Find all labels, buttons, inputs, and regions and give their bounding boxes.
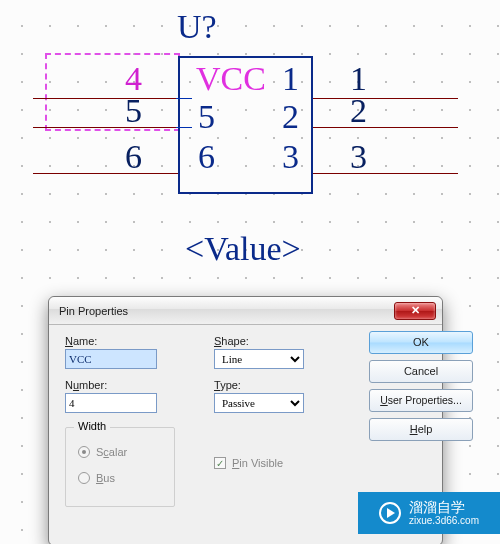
user-properties-button[interactable]: User Properties... xyxy=(369,389,473,412)
pin-line xyxy=(33,98,178,99)
shape-label: Shape: xyxy=(214,335,324,347)
cancel-button[interactable]: Cancel xyxy=(369,360,473,383)
radio-icon xyxy=(78,446,90,458)
inner-num: 6 xyxy=(198,140,215,174)
type-select[interactable]: Passive xyxy=(214,393,304,413)
inner-num: 1 xyxy=(282,62,299,96)
designator-text: U? xyxy=(177,10,217,44)
radio-scalar[interactable]: Scalar xyxy=(78,446,127,458)
pin-visible-label: Pin Visible xyxy=(232,457,283,469)
pin-num-left: 4 xyxy=(125,62,142,96)
selection-rect xyxy=(45,53,180,131)
pin-line xyxy=(313,127,458,128)
width-group: Width Scalar Bus xyxy=(65,427,175,507)
pin-stub xyxy=(176,127,192,128)
pin-line xyxy=(33,173,178,174)
pin-visible-checkbox[interactable]: ✓ Pin Visible xyxy=(214,457,283,469)
ok-button[interactable]: OK xyxy=(369,331,473,354)
close-icon: ✕ xyxy=(411,304,420,317)
watermark-text: 溜溜自学 xyxy=(409,500,479,515)
inner-num: 2 xyxy=(282,100,299,134)
number-input[interactable] xyxy=(65,393,157,413)
pin-line xyxy=(313,173,458,174)
shape-select[interactable]: Line xyxy=(214,349,304,369)
pin-num-right: 1 xyxy=(350,62,367,96)
help-button[interactable]: Help xyxy=(369,418,473,441)
radio-bus[interactable]: Bus xyxy=(78,472,115,484)
radio-icon xyxy=(78,472,90,484)
value-text: <Value> xyxy=(185,232,301,266)
titlebar[interactable]: Pin Properties ✕ xyxy=(49,297,442,325)
pin-stub xyxy=(176,98,192,99)
dialog-title: Pin Properties xyxy=(59,305,394,317)
pin-num-right: 3 xyxy=(350,140,367,174)
type-label: Type: xyxy=(214,379,324,391)
inner-num: 3 xyxy=(282,140,299,174)
watermark: 溜溜自学 zixue.3d66.com xyxy=(358,492,500,534)
name-label: Name: xyxy=(65,335,170,347)
close-button[interactable]: ✕ xyxy=(394,302,436,320)
pin-num-right: 2 xyxy=(350,94,367,128)
inner-num: 5 xyxy=(198,100,215,134)
pin-num-left: 6 xyxy=(125,140,142,174)
number-label: Number: xyxy=(65,379,170,391)
watermark-url: zixue.3d66.com xyxy=(409,515,479,526)
pin-num-left: 5 xyxy=(125,94,142,128)
pin-line xyxy=(313,98,458,99)
width-group-title: Width xyxy=(74,420,110,432)
radio-scalar-label: Scalar xyxy=(96,446,127,458)
play-icon xyxy=(379,502,401,524)
checkbox-icon: ✓ xyxy=(214,457,226,469)
name-input[interactable] xyxy=(65,349,157,369)
pin-name: VCC xyxy=(196,62,266,96)
pin-line xyxy=(33,127,178,128)
radio-bus-label: Bus xyxy=(96,472,115,484)
